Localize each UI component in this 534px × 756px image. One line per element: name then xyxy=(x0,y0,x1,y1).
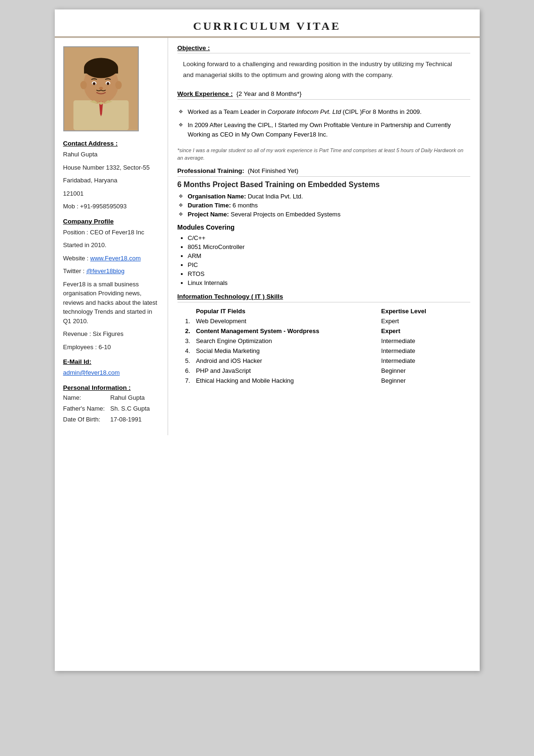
org-label: Organisation Name: xyxy=(188,193,246,200)
skill-num: 7. xyxy=(178,376,192,386)
table-row: 1. Web Development Expert xyxy=(178,316,470,326)
email-value: admin@fever18.com xyxy=(63,368,160,378)
skills-table: Popular IT Fields Expertise Level 1. Web… xyxy=(178,306,470,386)
training-duration: Duration Time: 6 months xyxy=(178,201,470,210)
svg-point-6 xyxy=(80,81,87,89)
website-link[interactable]: www.Fever18.com xyxy=(90,255,141,262)
skill-level: Beginner xyxy=(377,366,470,376)
company-employees: Employees : 6-10 xyxy=(63,343,160,352)
table-row: 6. PHP and JavaScript Beginner xyxy=(178,366,470,376)
contact-address1: House Number 1332, Sector-55 xyxy=(63,163,160,172)
table-row: 5. Android and iOS Hacker Intermediate xyxy=(178,356,470,366)
email-link[interactable]: admin@fever18.com xyxy=(63,369,120,376)
personal-label: Personal Information : xyxy=(63,384,160,391)
svg-point-7 xyxy=(115,81,122,89)
p-dob-label: Date Of Birth: xyxy=(63,416,110,423)
skill-field: Web Development xyxy=(192,316,377,326)
contact-pincode: 121001 xyxy=(63,189,160,198)
personal-name-row: Name: Rahul Gupta xyxy=(63,394,160,401)
contact-address2: Faridabad, Haryana xyxy=(63,176,160,185)
skill-num: 1. xyxy=(178,316,192,326)
contact-name: Rahul Gupta xyxy=(63,150,160,159)
profile-photo xyxy=(63,46,139,131)
contact-label: Contact Address : xyxy=(63,140,160,147)
skill-num: 2. xyxy=(178,326,192,336)
cv-page: CURRICULUM VITAE xyxy=(55,9,480,671)
skill-field: Search Engine Optimization xyxy=(192,336,377,346)
p-name-label: Name: xyxy=(63,394,110,401)
module-6: Linux Internals xyxy=(188,278,470,287)
objective-text: Looking forward to a challenging and rew… xyxy=(178,55,470,85)
p-dob-value: 17-08-1991 xyxy=(110,416,142,423)
twitter-prefix: Twitter : xyxy=(63,267,86,275)
module-1: C/C++ xyxy=(188,233,470,242)
objective-header: Objective : xyxy=(178,44,470,53)
company-desc: Fever18 is a small business organisation… xyxy=(63,280,160,326)
twitter-link[interactable]: @fever18blog xyxy=(86,267,125,275)
duration-label: Duration Time: xyxy=(188,202,231,209)
module-2: 8051 MicroController xyxy=(188,242,470,251)
work-label: Work Experience : xyxy=(178,90,233,97)
skill-field: Content Management System - Wordpress xyxy=(192,326,377,336)
skill-num: 6. xyxy=(178,366,192,376)
svg-point-12 xyxy=(99,87,103,90)
training-project: Project Name: Several Projects on Embedd… xyxy=(178,210,470,219)
personal-dob-row: Date Of Birth: 17-08-1991 xyxy=(63,416,160,423)
training-org: Organisation Name: Ducat India Pvt. Ltd. xyxy=(178,192,470,201)
company-website: Website : www.Fever18.com xyxy=(63,254,160,263)
work-duration: {2 Year and 8 Months*} xyxy=(235,90,302,97)
skill-field: PHP and JavaScript xyxy=(192,366,377,376)
training-section: Professional Training: (Not Finished Yet… xyxy=(178,167,470,287)
skill-field: Ethical Hacking and Mobile Hacking xyxy=(192,376,377,386)
work-footnote: *since I was a regular student so all of… xyxy=(178,147,470,162)
it-skills-section: Information Technology ( IT ) Skills Pop… xyxy=(178,293,470,386)
svg-rect-5 xyxy=(84,68,118,74)
skill-level: Intermediate xyxy=(377,346,470,356)
p-name-value: Rahul Gupta xyxy=(110,394,145,401)
header: CURRICULUM VITAE xyxy=(55,9,480,38)
table-row: 2. Content Management System - Wordpress… xyxy=(178,326,470,336)
company-position: Position : CEO of Fever18 Inc xyxy=(63,228,160,237)
work-list: Worked as a Team Leader in Corporate Inf… xyxy=(178,103,470,144)
training-label: Professional Training: xyxy=(178,167,245,174)
company-label: Company Profile xyxy=(63,218,160,225)
contact-mobile: Mob : +91-9958595093 xyxy=(63,202,160,211)
col-level: Expertise Level xyxy=(377,306,470,316)
col-num xyxy=(178,306,192,316)
work-header-row: Work Experience : {2 Year and 8 Months*} xyxy=(178,90,470,100)
table-row: 7. Ethical Hacking and Mobile Hacking Be… xyxy=(178,376,470,386)
module-5: RTOS xyxy=(188,269,470,278)
svg-point-10 xyxy=(93,82,95,85)
modules-title: Modules Covering xyxy=(178,223,470,231)
page-title: CURRICULUM VITAE xyxy=(55,20,480,33)
p-father-label: Father's Name: xyxy=(63,405,110,412)
modules-list: C/C++ 8051 MicroController ARM PIC RTOS … xyxy=(178,233,470,287)
table-row: 4. Social Media Marketing Intermediate xyxy=(178,346,470,356)
company-started: Started in 2010. xyxy=(63,241,160,250)
company-twitter: Twitter : @fever18blog xyxy=(63,266,160,276)
training-details: Organisation Name: Ducat India Pvt. Ltd.… xyxy=(178,192,470,219)
svg-point-11 xyxy=(106,82,109,85)
website-prefix: Website : xyxy=(63,255,91,262)
col-fields: Popular IT Fields xyxy=(192,306,377,316)
skill-level: Beginner xyxy=(377,376,470,386)
work-item-2: In 2009 After Leaving the CIPL, I Starte… xyxy=(178,119,470,141)
left-column: Contact Address : Rahul Gupta House Numb… xyxy=(55,38,168,435)
work-item-1: Worked as a Team Leader in Corporate Inf… xyxy=(178,105,470,119)
work-section: Work Experience : {2 Year and 8 Months*}… xyxy=(178,90,470,162)
skill-num: 5. xyxy=(178,356,192,366)
it-skills-label: Information Technology ( IT ) Skills xyxy=(178,293,470,302)
skill-field: Android and iOS Hacker xyxy=(192,356,377,366)
personal-father-row: Father's Name: Sh. S.C Gupta xyxy=(63,405,160,412)
p-father-value: Sh. S.C Gupta xyxy=(110,405,150,412)
skill-field: Social Media Marketing xyxy=(192,346,377,356)
skill-num: 3. xyxy=(178,336,192,346)
module-3: ARM xyxy=(188,251,470,260)
table-row: 3. Search Engine Optimization Intermedia… xyxy=(178,336,470,346)
module-4: PIC xyxy=(188,260,470,269)
objective-section: Objective : Looking forward to a challen… xyxy=(178,44,470,85)
skill-level: Expert xyxy=(377,326,470,336)
right-column: Objective : Looking forward to a challen… xyxy=(168,38,480,400)
email-label: E-Mail Id: xyxy=(63,358,160,365)
training-title: 6 Months Project Based Training on Embed… xyxy=(178,180,470,189)
